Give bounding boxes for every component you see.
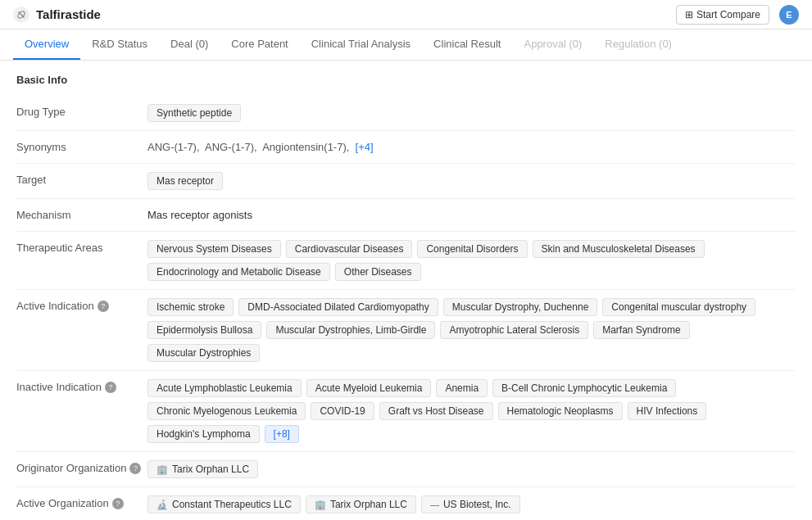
drug-type-tag: Synthetic peptide bbox=[147, 104, 241, 122]
target-value: Mas receptor bbox=[147, 172, 796, 190]
mechanism-row: Mechanism Mas receptor agonists bbox=[16, 199, 796, 232]
ii-tag-5[interactable]: Chronic Myelogenous Leukemia bbox=[147, 402, 306, 420]
mechanism-text: Mas receptor agonists bbox=[147, 207, 252, 221]
active-org-tag-2[interactable]: 🏢 Tarix Orphan LLC bbox=[306, 495, 416, 513]
active-org-name-2: Tarix Orphan LLC bbox=[330, 499, 407, 510]
active-org-name-3: US Biotest, Inc. bbox=[443, 499, 511, 510]
ta-tag-4[interactable]: Skin and Musculoskeletal Diseases bbox=[533, 240, 705, 258]
target-label: Target bbox=[16, 172, 147, 186]
synonyms-row: Synonyms ANG-(1-7), ANG-(1-7), Angionten… bbox=[16, 131, 796, 164]
header-left: Talfirastide bbox=[13, 7, 101, 23]
drug-name: Talfirastide bbox=[36, 7, 101, 21]
therapeutic-areas-row: Therapeutic Areas Nervous System Disease… bbox=[16, 232, 796, 290]
active-indication-value: Ischemic stroke DMD-Associated Dilated C… bbox=[147, 298, 796, 362]
drug-icon bbox=[13, 7, 29, 23]
ai-tag-8[interactable]: Marfan Syndrome bbox=[593, 321, 689, 339]
ai-tag-1[interactable]: Ischemic stroke bbox=[147, 298, 234, 316]
ai-tag-7[interactable]: Amyotrophic Lateral Sclerosis bbox=[440, 321, 588, 339]
active-indication-help-icon[interactable]: ? bbox=[98, 301, 109, 312]
synonyms-more-link[interactable]: [+4] bbox=[356, 141, 374, 153]
active-org-value: 🔬 Constant Therapeutics LLC 🏢 Tarix Orph… bbox=[147, 495, 796, 513]
ta-tag-1[interactable]: Nervous System Diseases bbox=[147, 240, 281, 258]
ii-tag-2[interactable]: Acute Myeloid Leukemia bbox=[306, 379, 432, 397]
inactive-indication-help-icon[interactable]: ? bbox=[105, 382, 116, 393]
active-indication-label: Active Indication ? bbox=[16, 298, 147, 312]
synonyms-value: ANG-(1-7), ANG-(1-7), Angiontensin(1-7),… bbox=[147, 139, 796, 153]
active-org-icon-1: 🔬 bbox=[157, 500, 168, 510]
ii-tag-1[interactable]: Acute Lymphoblastic Leukemia bbox=[147, 379, 302, 397]
ta-tag-2[interactable]: Cardiovascular Diseases bbox=[286, 240, 413, 258]
start-compare-label: Start Compare bbox=[696, 9, 760, 20]
therapeutic-areas-label: Therapeutic Areas bbox=[16, 240, 147, 254]
ta-tag-5[interactable]: Endocrinology and Metabolic Disease bbox=[147, 263, 330, 281]
synonyms-text: ANG-(1-7), ANG-(1-7), Angiontensin(1-7),… bbox=[147, 139, 374, 153]
synonyms-label: Synonyms bbox=[16, 139, 147, 153]
active-org-name-1: Constant Therapeutics LLC bbox=[172, 499, 292, 510]
originator-org-name-1: Tarix Orphan LLC bbox=[172, 463, 249, 475]
originator-org-tag-1[interactable]: 🏢 Tarix Orphan LLC bbox=[147, 460, 258, 478]
tab-core-patent[interactable]: Core Patent bbox=[220, 29, 299, 60]
ii-tag-3[interactable]: Anemia bbox=[436, 379, 488, 397]
tab-overview[interactable]: Overview bbox=[13, 29, 80, 60]
active-org-tag-3[interactable]: — US Biotest, Inc. bbox=[421, 495, 520, 513]
ii-tag-9[interactable]: HIV Infections bbox=[628, 402, 707, 420]
active-org-help-icon[interactable]: ? bbox=[112, 498, 124, 509]
ii-tag-10[interactable]: Hodgkin's Lymphoma bbox=[147, 425, 260, 443]
nav-tabs: Overview R&D Status Deal (0) Core Patent… bbox=[0, 29, 812, 61]
ai-tag-9[interactable]: Muscular Dystrophies bbox=[147, 344, 260, 362]
ai-tag-4[interactable]: Congenital muscular dystrophy bbox=[602, 298, 755, 316]
active-org-icon-3: — bbox=[430, 500, 439, 509]
section-title: Basic Info bbox=[16, 74, 796, 86]
inactive-indication-more[interactable]: [+8] bbox=[265, 425, 299, 443]
tab-regulation[interactable]: Regulation (0) bbox=[593, 29, 683, 60]
active-indication-row: Active Indication ? Ischemic stroke DMD-… bbox=[16, 290, 796, 371]
content-area: Basic Info Drug Type Synthetic peptide S… bbox=[0, 61, 812, 517]
ai-tag-5[interactable]: Epidermolysis Bullosa bbox=[147, 321, 261, 339]
ta-tag-3[interactable]: Congenital Disorders bbox=[417, 240, 527, 258]
active-org-label: Active Organization ? bbox=[16, 495, 147, 509]
target-row: Target Mas receptor bbox=[16, 164, 796, 199]
mechanism-label: Mechanism bbox=[16, 207, 147, 221]
page-header: Talfirastide ⊞ Start Compare E bbox=[0, 0, 812, 29]
tab-deal[interactable]: Deal (0) bbox=[159, 29, 220, 60]
header-right: ⊞ Start Compare E bbox=[676, 5, 799, 25]
therapeutic-areas-value: Nervous System Diseases Cardiovascular D… bbox=[147, 240, 796, 281]
compare-icon: ⊞ bbox=[685, 9, 693, 20]
svg-line-1 bbox=[19, 11, 25, 17]
ii-tag-4[interactable]: B-Cell Chronic Lymphocytic Leukemia bbox=[492, 379, 676, 397]
originator-org-label: Originator Organization ? bbox=[16, 460, 147, 474]
ai-tag-6[interactable]: Muscular Dystrophies, Limb-Girdle bbox=[266, 321, 435, 339]
originator-org-value: 🏢 Tarix Orphan LLC bbox=[147, 460, 796, 478]
ai-tag-2[interactable]: DMD-Associated Dilated Cardiomyopathy bbox=[238, 298, 438, 316]
ai-tag-3[interactable]: Muscular Dystrophy, Duchenne bbox=[443, 298, 598, 316]
mechanism-value: Mas receptor agonists bbox=[147, 207, 796, 221]
active-org-row: Active Organization ? 🔬 Constant Therape… bbox=[16, 487, 796, 517]
ii-tag-8[interactable]: Hematologic Neoplasms bbox=[498, 402, 623, 420]
start-compare-button[interactable]: ⊞ Start Compare bbox=[676, 5, 769, 25]
active-org-icon-2: 🏢 bbox=[315, 500, 326, 510]
ii-tag-7[interactable]: Graft vs Host Disease bbox=[379, 402, 493, 420]
inactive-indication-row: Inactive Indication ? Acute Lymphoblasti… bbox=[16, 371, 796, 452]
drug-type-value: Synthetic peptide bbox=[147, 104, 796, 122]
tab-clinical-result[interactable]: Clinical Result bbox=[422, 29, 512, 60]
originator-org-row: Originator Organization ? 🏢 Tarix Orphan… bbox=[16, 452, 796, 487]
tab-clinical-trial[interactable]: Clinical Trial Analysis bbox=[300, 29, 422, 60]
drug-type-label: Drug Type bbox=[16, 104, 147, 118]
ta-tag-6[interactable]: Other Diseases bbox=[335, 263, 421, 281]
originator-org-help-icon[interactable]: ? bbox=[129, 463, 141, 474]
target-tag: Mas receptor bbox=[147, 172, 223, 190]
active-org-tag-1[interactable]: 🔬 Constant Therapeutics LLC bbox=[147, 495, 301, 513]
drug-type-row: Drug Type Synthetic peptide bbox=[16, 96, 796, 131]
inactive-indication-label: Inactive Indication ? bbox=[16, 379, 147, 393]
tab-rd-status[interactable]: R&D Status bbox=[80, 29, 159, 60]
ii-tag-6[interactable]: COVID-19 bbox=[311, 402, 374, 420]
org-icon-1: 🏢 bbox=[157, 464, 168, 475]
tab-approval[interactable]: Approval (0) bbox=[512, 29, 593, 60]
profile-avatar[interactable]: E bbox=[779, 5, 799, 25]
inactive-indication-value: Acute Lymphoblastic Leukemia Acute Myelo… bbox=[147, 379, 796, 443]
